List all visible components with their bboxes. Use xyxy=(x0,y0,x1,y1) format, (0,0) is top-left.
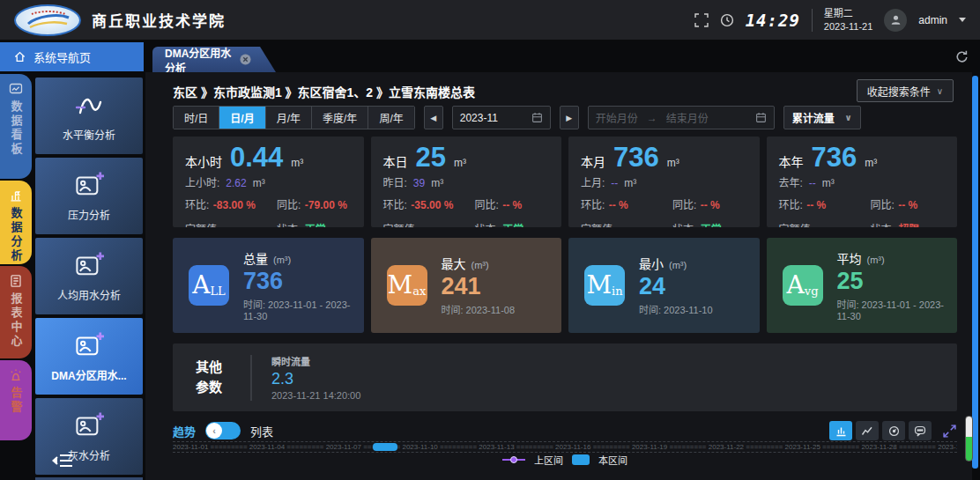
clock-icon xyxy=(720,13,734,27)
prev-label: 上小时: xyxy=(185,174,219,189)
yoy-value: -- % xyxy=(898,199,917,211)
sidebar-item-pressure-analysis[interactable]: 压力分析 xyxy=(35,158,143,234)
next-month-button[interactable]: ▶ xyxy=(560,106,579,129)
sidebar-tab-data-dashboard[interactable]: 数据看板 xyxy=(0,74,32,179)
stat-title: 本小时 xyxy=(185,152,222,170)
stat-card-day: 本日25m³ 昨日:39m³ 环比: -35.00 %同比: -- % 定额值:… xyxy=(371,137,562,227)
bar-chart-icon[interactable] xyxy=(829,421,852,440)
mini-zoom-slider[interactable] xyxy=(965,416,973,462)
sidebar-item-per-capita-water[interactable]: 人均用水分析 xyxy=(35,238,143,314)
metric-select[interactable]: 累计流量 ∨ xyxy=(783,106,861,129)
sidebar-item-water-balance[interactable]: 水平衡分析 xyxy=(35,78,143,154)
prev-unit: m³ xyxy=(431,177,443,189)
sidebar-item-dma-partition-water[interactable]: DMA分区用水... xyxy=(35,318,143,395)
line-chart-icon[interactable] xyxy=(856,421,879,440)
summary-time: 时间: 2023-11-08 xyxy=(442,302,516,316)
granularity-week-year[interactable]: 周/年 xyxy=(368,107,413,129)
username[interactable]: admin xyxy=(918,14,947,26)
granularity-quarter-year[interactable]: 季度/年 xyxy=(311,107,368,129)
sidebar-tab-data-analysis[interactable]: 数据分析 xyxy=(0,181,32,264)
quota-label: 定额值: xyxy=(779,224,813,227)
sidebar-tab-label: 报表中心 xyxy=(8,292,25,349)
param-timestamp: 2023-11-21 14:20:00 xyxy=(271,390,360,401)
yoy-label: 同比: xyxy=(475,199,499,211)
summary-label: 最大 xyxy=(442,255,466,272)
stat-unit: m³ xyxy=(291,157,303,169)
all-badge-icon: ALL xyxy=(189,265,229,306)
quota-label: 定额值: xyxy=(383,224,418,227)
sidebar-item-nav-home[interactable]: 系统导航页 xyxy=(0,42,144,71)
legend-label-upper[interactable]: 上区间 xyxy=(534,453,563,467)
sidebar-item-label: DMA分区用水... xyxy=(51,367,126,382)
sidebar-item-label: 水平衡分析 xyxy=(63,127,115,142)
stat-value: 25 xyxy=(416,144,446,173)
collapse-search-button[interactable]: 收起搜索条件 ∨ xyxy=(857,79,954,102)
image-plus-icon xyxy=(72,250,106,280)
range-arrow: → xyxy=(647,112,657,124)
month-picker-value: 2023-11 xyxy=(460,112,498,124)
gauge-icon[interactable] xyxy=(882,421,905,440)
status-label: 状态: xyxy=(871,224,895,227)
sidebar-tab-report-center[interactable]: 报表中心 xyxy=(0,266,32,358)
yoy-value: -- % xyxy=(701,199,720,211)
refresh-icon[interactable] xyxy=(954,49,969,64)
upper-range-legend-marker[interactable] xyxy=(502,459,525,461)
content-panel: 东区 》东市政监测1 》东区宿舍1、2 》立雪东南楼总表 收起搜索条件 ∨ 时/… xyxy=(145,72,972,480)
granularity-day-month[interactable]: 日/月 xyxy=(219,107,264,129)
badge-sub: LL xyxy=(210,284,225,298)
avatar[interactable] xyxy=(884,9,907,32)
summary-time: 时间: 2023-11-01 - 2023-11-30 xyxy=(243,297,364,321)
date-scrubber[interactable]: 2023-11-01 ========= 2023-11-04 ========… xyxy=(173,441,957,453)
month-range-picker[interactable]: 开始月份 → 结束月份 xyxy=(588,106,775,129)
stat-cards-row: 本小时0.44m³ 上小时:2.62m³ 环比: -83.00 %同比: -79… xyxy=(173,137,957,227)
mom-label: 环比: xyxy=(185,199,209,211)
legend-label-current[interactable]: 本区间 xyxy=(598,453,627,467)
date-label: 2023-11-21 xyxy=(824,20,872,33)
stat-title: 本月 xyxy=(581,152,605,170)
chevron-down-icon: ∨ xyxy=(845,113,852,122)
trend-list-toggle[interactable]: ‹ xyxy=(205,422,241,439)
scrubber-thumb[interactable] xyxy=(373,443,397,451)
summary-unit: (m³) xyxy=(273,255,291,265)
expand-chart-icon[interactable] xyxy=(942,424,957,439)
summary-unit: (m³) xyxy=(867,255,885,265)
quota-label: 定额值: xyxy=(581,224,615,227)
current-range-legend-marker[interactable] xyxy=(572,454,590,465)
month-picker-input[interactable]: 2023-11 xyxy=(452,106,551,129)
topbar-divider xyxy=(812,9,813,32)
fullscreen-icon[interactable] xyxy=(694,13,709,27)
sidebar-tab-label: 告警 xyxy=(8,387,25,415)
user-caret-down-icon[interactable] xyxy=(959,18,966,22)
weekday-label: 星期二 xyxy=(824,7,872,20)
collapse-sidebar-icon[interactable] xyxy=(46,450,81,471)
clock-time: 14:29 xyxy=(746,11,800,30)
home-icon xyxy=(13,50,26,63)
yoy-value: -- % xyxy=(502,199,522,211)
granularity-hour-day[interactable]: 时/日 xyxy=(174,107,219,129)
sidebar-tab-alarm[interactable]: 告警 xyxy=(0,360,32,440)
sidebar-item-label: 人均用水分析 xyxy=(57,287,121,302)
prev-unit: m³ xyxy=(822,177,835,189)
chevron-down-icon: ∨ xyxy=(937,86,943,96)
stat-unit: m³ xyxy=(454,157,466,169)
analysis-icon xyxy=(8,188,24,203)
granularity-month-year[interactable]: 月/年 xyxy=(265,107,311,129)
vertical-scrollbar[interactable] xyxy=(972,76,978,469)
tab-close-icon[interactable] xyxy=(240,54,251,65)
status-label: 状态: xyxy=(277,224,301,227)
list-label: 列表 xyxy=(250,423,273,439)
other-params-title: 其他 参数 xyxy=(196,358,250,397)
nav-home-label: 系统导航页 xyxy=(33,48,91,65)
stat-unit: m³ xyxy=(865,157,877,169)
comment-icon[interactable] xyxy=(909,421,932,440)
other-params-card: 其他 参数 瞬时流量 2.3 2023-11-21 14:20:00 xyxy=(173,343,957,411)
tab-dma-partition-water-analysis[interactable]: DMA分区用水分析 xyxy=(152,47,276,72)
tabstrip: DMA分区用水分析 xyxy=(145,42,980,72)
status-badge: 正常 xyxy=(701,224,722,227)
stat-title: 本年 xyxy=(779,152,804,170)
prev-month-button[interactable]: ◀ xyxy=(424,106,443,129)
max-badge-icon: Max xyxy=(387,265,427,306)
chart-legend: 上区间 本区间 xyxy=(173,453,957,467)
status-badge: 超限 xyxy=(898,224,919,227)
yoy-label: 同比: xyxy=(672,199,696,211)
